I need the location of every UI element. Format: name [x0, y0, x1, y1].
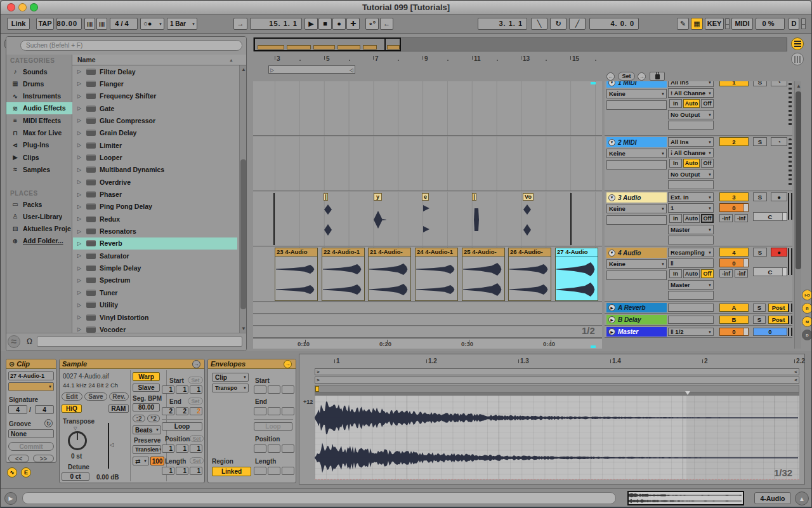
sidebar-item-packs[interactable]: ▭Packs [6, 198, 72, 210]
env-length-value[interactable] [254, 467, 294, 475]
expander-icon[interactable]: ▷ [77, 179, 84, 185]
volume-field[interactable]: 0 [719, 203, 749, 212]
arm-button[interactable]: ◔ [771, 137, 787, 146]
env-end-value[interactable] [254, 407, 294, 415]
arrangement-position-field[interactable]: 15. 1. 1 [250, 18, 302, 30]
track-name[interactable]: ▶B Delay [606, 315, 667, 324]
device-item-spectrum[interactable]: ▷Spectrum [73, 274, 237, 286]
expander-icon[interactable]: ▷ [77, 290, 84, 295]
arm-button[interactable]: ● [771, 248, 787, 257]
return-track-header-a-reverb[interactable]: ▶A ReverbASPost [605, 302, 792, 314]
position-set-button[interactable]: Set [190, 435, 204, 442]
lane-row-6[interactable] [253, 326, 602, 338]
arrangement-clip-21-4-audio[interactable]: 21 4-Audio- [368, 248, 411, 301]
editor-loop-brace-2[interactable]: >< [315, 377, 799, 384]
clip-overview[interactable] [627, 491, 744, 505]
bpm-half-button[interactable]: :2 [133, 415, 145, 422]
device-item-resonators[interactable]: ▷Resonators [73, 225, 237, 237]
nudge-up-button[interactable]: |||| [96, 18, 107, 30]
metronome-button[interactable]: ○● [140, 18, 164, 30]
expander-icon[interactable]: ▷ [77, 167, 84, 173]
expander-icon[interactable]: ▷ [77, 277, 84, 283]
solo-button[interactable]: S [753, 81, 767, 86]
pan-field[interactable]: C [753, 212, 787, 221]
device-item-tuner[interactable]: ▷Tuner [73, 286, 237, 298]
input-channel-chooser[interactable]: ‖ [668, 258, 714, 268]
start-marker[interactable] [315, 386, 319, 392]
record-button[interactable]: ● [332, 18, 346, 30]
input-type-chooser[interactable]: All Ins [668, 81, 714, 87]
tempo-field[interactable]: 80.00 [56, 18, 82, 30]
fold-arrow-icon[interactable]: ▶ [608, 328, 615, 335]
solo-button[interactable]: S [753, 304, 766, 312]
device-chooser[interactable]: Keine [606, 204, 667, 213]
time-ruler[interactable]: 0:100:200:300:40 [253, 338, 602, 349]
lane-row-0[interactable] [253, 81, 602, 136]
loop-length-field[interactable]: 4. 0. 0 [589, 18, 639, 30]
device-item-vinyl-distortion[interactable]: ▷Vinyl Distortion [73, 311, 237, 323]
monitor-in[interactable]: In [669, 99, 682, 108]
loop-lock-button[interactable] [650, 72, 665, 81]
expander-icon[interactable]: ▷ [77, 69, 84, 74]
arrangement-clip-23-4-audio[interactable]: 23 4-Audio [275, 248, 318, 301]
midi-map-button[interactable]: MIDI [731, 18, 753, 30]
fold-arrow-icon[interactable]: ▼ [608, 250, 615, 257]
arrangement-overview[interactable] [253, 37, 787, 51]
device-item-simple-delay[interactable]: ▷Simple Delay [73, 262, 237, 274]
expander-icon[interactable]: ▷ [77, 265, 84, 271]
monitor-radio[interactable]: InAutoOff [669, 269, 714, 278]
seg-bpm-field[interactable]: 80.00 [133, 403, 160, 411]
sidebar-item-instruments[interactable]: ∿Instruments [6, 90, 72, 102]
device-item-frequency-shifter[interactable]: ▷Frequency Shifter [73, 90, 237, 102]
clip-title[interactable]: 21 4-Audio- [369, 248, 410, 257]
device-item-utility[interactable]: ▷Utility [73, 299, 237, 311]
input-channel-chooser[interactable]: ⁞ All Channe [668, 88, 714, 98]
scroll-up-icon[interactable]: ▲ [241, 67, 246, 72]
arrangement-clip-27-4-audio[interactable]: 27 4-Audio [555, 248, 598, 301]
set-locator-button[interactable]: Set [618, 72, 635, 81]
device-item-phaser[interactable]: ▷Phaser [73, 189, 237, 201]
track-number-arm-button[interactable]: 4 [719, 248, 749, 257]
monitor-off[interactable]: Off [701, 214, 714, 223]
monitor-radio[interactable]: InAutoOff [669, 214, 714, 223]
clip-title[interactable]: 23 4-Audio [275, 248, 317, 257]
clip-title[interactable]: 27 4-Audio [556, 248, 598, 257]
detune-field[interactable]: 0 ct [62, 472, 89, 481]
sidebar-item-samples[interactable]: ≈Samples [6, 163, 72, 175]
monitor-radio[interactable]: InAutoOff [669, 159, 714, 168]
sample-expand-icon[interactable]: → [192, 360, 200, 368]
fold-arrow-icon[interactable]: ▼ [608, 194, 615, 201]
arrangement-clip-22-4-audio-1[interactable]: 22 4-Audio-1 [322, 248, 365, 301]
arm-button[interactable]: ◔ [771, 81, 787, 86]
status-play-icon[interactable]: ▶ [4, 492, 17, 505]
automation-arm-button[interactable]: ∘° [365, 18, 379, 30]
volume-field[interactable]: 0 [719, 258, 749, 267]
track-name[interactable]: ▼3 Audio [606, 192, 667, 203]
mixer-toggle-r[interactable]: R [802, 303, 812, 314]
monitor-off[interactable]: Off [701, 99, 714, 108]
gain-slider[interactable] [108, 423, 109, 469]
groove-pool-icon[interactable]: ≈ [8, 335, 20, 348]
time-signature-field[interactable]: 4 / 4 [110, 18, 138, 30]
loop-toggle-button[interactable]: Loop [162, 422, 202, 431]
expander-icon[interactable]: ▷ [77, 192, 84, 197]
lane-row-4[interactable] [253, 302, 602, 314]
browser-scrollbar-thumb[interactable] [240, 159, 246, 309]
monitor-auto[interactable]: Auto [683, 214, 700, 223]
pan-field[interactable]: 0 [753, 328, 787, 336]
track-header-2-midi[interactable]: ▼2 MIDIKeineAll Ins⁞ All ChanneInAutoOff… [605, 137, 792, 191]
editor-marker-row[interactable] [315, 385, 799, 392]
groove-refresh-icon[interactable]: ↻ [44, 419, 53, 427]
preview-progress-bar[interactable] [37, 337, 242, 347]
post-toggle-button[interactable]: Post [768, 304, 789, 312]
sample-editor-ruler[interactable]: 11.21.31.422.2 [315, 357, 799, 367]
ram-button[interactable]: RAM [108, 404, 129, 413]
draw-mode-button[interactable]: ✎ [677, 18, 689, 30]
clip-title[interactable]: 22 4-Audio-1 [322, 248, 364, 257]
device-item-saturator[interactable]: ▷Saturator [73, 250, 237, 262]
volume-field[interactable]: 0 [719, 328, 749, 336]
arrangement-scrollbar-thumb[interactable] [796, 91, 801, 269]
end-set-button[interactable]: Set [188, 398, 203, 404]
browser-scrollbar[interactable]: ▲ ▼ [239, 65, 246, 333]
arrangement-clip-24-4-audio-1[interactable]: 24 4-Audio-1 [415, 248, 458, 301]
